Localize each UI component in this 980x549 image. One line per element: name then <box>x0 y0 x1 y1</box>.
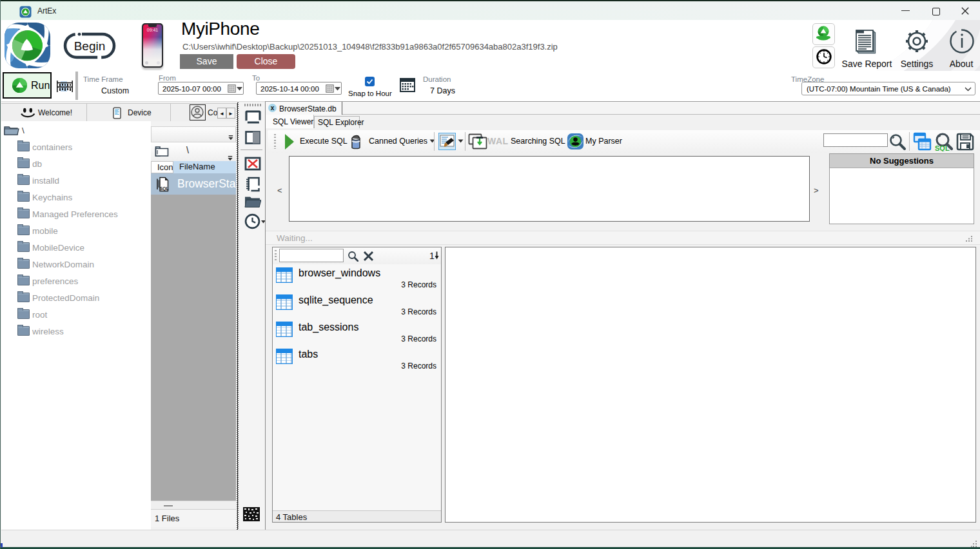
svg-text:SQL: SQL <box>160 186 169 191</box>
svg-text:SQL: SQL <box>935 144 950 151</box>
svg-text:1: 1 <box>429 251 435 261</box>
svg-text:Begin: Begin <box>74 39 106 53</box>
